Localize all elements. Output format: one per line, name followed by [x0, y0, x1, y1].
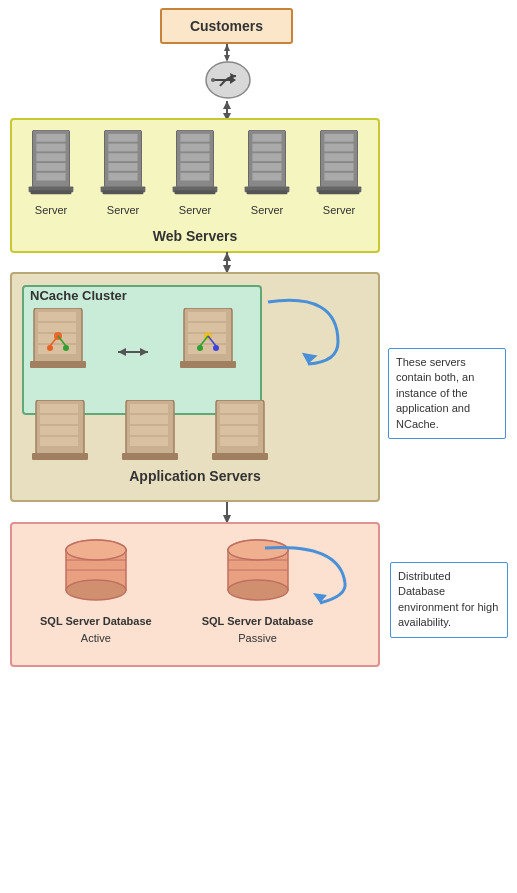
web-servers-label: Web Servers: [10, 228, 380, 244]
svg-rect-86: [32, 453, 88, 460]
svg-rect-85: [40, 437, 78, 446]
svg-rect-71: [188, 323, 226, 332]
svg-rect-94: [220, 404, 258, 413]
app-server-1: [30, 400, 90, 468]
svg-rect-45: [324, 144, 353, 152]
app-server-2: [120, 400, 180, 468]
web-servers-icons: Server Server: [15, 122, 375, 216]
svg-rect-22: [108, 153, 137, 161]
svg-rect-26: [103, 190, 144, 194]
web-server-4-label: Server: [251, 204, 283, 216]
db-item-1: SQL Server Database Active: [40, 535, 152, 644]
svg-rect-82: [40, 404, 78, 413]
svg-point-78: [197, 345, 203, 351]
web-server-3-label: Server: [179, 204, 211, 216]
web-server-2-label: Server: [107, 204, 139, 216]
svg-rect-46: [324, 153, 353, 161]
callout-db: Distributed Database environment for hig…: [390, 562, 508, 638]
svg-rect-28: [180, 134, 209, 142]
app-server-3: [210, 400, 270, 468]
svg-rect-21: [108, 144, 137, 152]
svg-rect-84: [40, 426, 78, 435]
web-server-1: Server: [28, 130, 74, 216]
svg-rect-30: [180, 153, 209, 161]
svg-rect-16: [36, 173, 65, 181]
svg-marker-9: [223, 101, 231, 109]
db-sublabel-2: Passive: [238, 632, 277, 644]
svg-point-79: [213, 345, 219, 351]
svg-rect-50: [319, 190, 360, 194]
svg-rect-36: [252, 134, 281, 142]
svg-rect-42: [247, 190, 288, 194]
svg-rect-39: [252, 163, 281, 171]
svg-rect-32: [180, 173, 209, 181]
web-server-5-label: Server: [323, 204, 355, 216]
svg-rect-40: [252, 173, 281, 181]
svg-marker-67: [118, 348, 126, 356]
ncache-servers: [28, 308, 238, 376]
svg-rect-73: [188, 345, 226, 354]
callout-ncache-text: These servers contain both, an instance …: [396, 356, 474, 430]
callout-db-text: Distributed Database environment for hig…: [398, 570, 498, 628]
svg-marker-68: [140, 348, 148, 356]
svg-rect-37: [252, 144, 281, 152]
router-icon: [200, 58, 256, 102]
db-sublabel-1: Active: [81, 632, 111, 644]
ncache-h-arrow: [118, 345, 148, 360]
architecture-diagram: Customers: [0, 0, 517, 893]
svg-marker-52: [223, 252, 231, 261]
ncache-server-2: [178, 308, 238, 376]
svg-rect-98: [212, 453, 268, 460]
svg-rect-90: [130, 426, 168, 435]
app-server-icons: [30, 400, 270, 468]
svg-rect-24: [108, 173, 137, 181]
svg-rect-70: [188, 312, 226, 321]
svg-rect-38: [252, 153, 281, 161]
svg-rect-13: [36, 144, 65, 152]
svg-rect-44: [324, 134, 353, 142]
svg-marker-2: [224, 44, 230, 51]
svg-rect-74: [180, 361, 236, 368]
svg-rect-56: [38, 323, 76, 332]
svg-rect-95: [220, 415, 258, 424]
db-curved-arrow: [255, 538, 365, 611]
web-server-2: Server: [100, 130, 146, 216]
svg-point-7: [211, 78, 215, 82]
svg-point-65: [63, 345, 69, 351]
svg-rect-34: [175, 190, 216, 194]
svg-rect-47: [324, 163, 353, 171]
svg-rect-23: [108, 163, 137, 171]
svg-point-64: [47, 345, 53, 351]
svg-rect-89: [130, 415, 168, 424]
svg-rect-12: [36, 134, 65, 142]
customers-box: Customers: [160, 8, 293, 44]
svg-rect-83: [40, 415, 78, 424]
ncache-label: NCache Cluster: [30, 288, 127, 303]
db-label-1: SQL Server Database: [40, 614, 152, 628]
web-server-5: Server: [316, 130, 362, 216]
svg-rect-92: [122, 453, 178, 460]
svg-rect-97: [220, 437, 258, 446]
web-server-1-label: Server: [35, 204, 67, 216]
customers-label: Customers: [190, 18, 263, 34]
svg-point-103: [66, 580, 126, 600]
app-servers-label: Application Servers: [10, 468, 380, 484]
ncache-server-1: [28, 308, 88, 376]
svg-rect-59: [30, 361, 86, 368]
ncache-curved-arrow: [258, 292, 358, 375]
svg-rect-29: [180, 144, 209, 152]
web-server-4: Server: [244, 130, 290, 216]
svg-rect-91: [130, 437, 168, 446]
svg-rect-58: [38, 345, 76, 354]
svg-point-104: [66, 540, 126, 560]
svg-rect-20: [108, 134, 137, 142]
svg-rect-31: [180, 163, 209, 171]
callout-ncache: These servers contain both, an instance …: [388, 348, 506, 439]
svg-rect-14: [36, 153, 65, 161]
svg-rect-15: [36, 163, 65, 171]
svg-rect-18: [31, 190, 72, 194]
svg-rect-88: [130, 404, 168, 413]
svg-rect-96: [220, 426, 258, 435]
db-label-2: SQL Server Database: [202, 614, 314, 628]
svg-rect-55: [38, 312, 76, 321]
